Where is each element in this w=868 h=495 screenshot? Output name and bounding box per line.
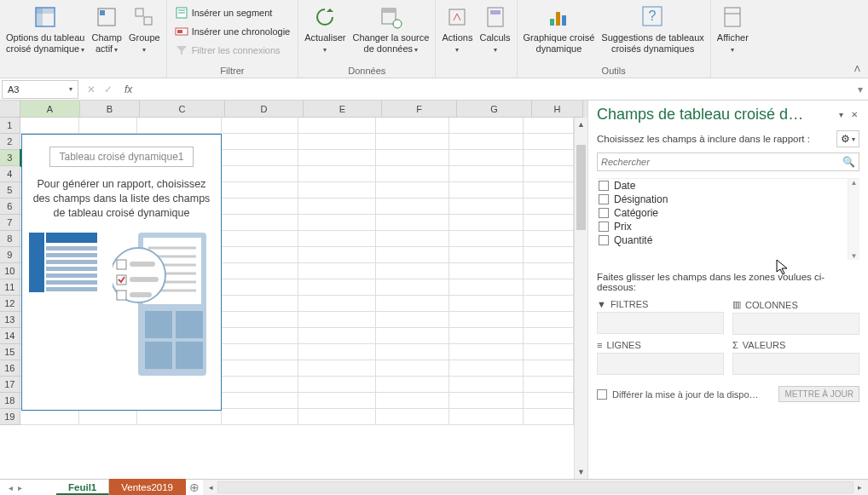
- cell[interactable]: [298, 263, 376, 279]
- cell[interactable]: [376, 182, 450, 199]
- cell[interactable]: [298, 377, 376, 393]
- cell[interactable]: [524, 344, 574, 360]
- cell[interactable]: [298, 118, 376, 134]
- cell[interactable]: [524, 393, 574, 409]
- field-checkbox[interactable]: [599, 194, 609, 204]
- cell[interactable]: [376, 263, 450, 279]
- cell[interactable]: [376, 377, 450, 393]
- cell[interactable]: [376, 409, 450, 425]
- field-list-scrollbar[interactable]: ▲▼: [848, 179, 859, 260]
- refresh-button[interactable]: Actualiser▾: [301, 2, 349, 57]
- cell[interactable]: [376, 166, 450, 182]
- field-list[interactable]: DateDésignationCatégoriePrixQuantité▲▼: [597, 178, 859, 260]
- cell[interactable]: [449, 199, 524, 215]
- row-header[interactable]: 11: [0, 279, 20, 296]
- calcs-button[interactable]: Calculs▾: [476, 2, 513, 57]
- cell[interactable]: [222, 199, 299, 215]
- cell[interactable]: [376, 393, 450, 409]
- column-header[interactable]: C: [140, 101, 225, 118]
- pivot-chart-button[interactable]: Graphique croisé dynamique: [520, 2, 599, 56]
- scroll-left-icon[interactable]: ◂: [206, 483, 216, 492]
- columns-zone[interactable]: ▥COLONNES: [732, 299, 859, 335]
- cell[interactable]: [449, 296, 524, 312]
- cell[interactable]: [449, 279, 524, 296]
- field-checkbox[interactable]: [599, 181, 609, 191]
- cell[interactable]: [449, 377, 524, 393]
- row-header[interactable]: 15: [0, 344, 20, 360]
- add-sheet-button[interactable]: ⊕: [186, 481, 203, 495]
- scroll-thumb[interactable]: [576, 145, 586, 230]
- name-box[interactable]: A3 ▾: [2, 80, 78, 99]
- cell[interactable]: [222, 344, 299, 360]
- row-header[interactable]: 6: [0, 199, 20, 215]
- scroll-down-icon[interactable]: ▼: [575, 465, 587, 479]
- cell[interactable]: [222, 409, 299, 425]
- horizontal-scrollbar[interactable]: ◂ ▸: [203, 480, 868, 495]
- cell[interactable]: [449, 118, 524, 134]
- row-header[interactable]: 7: [0, 215, 20, 231]
- cell[interactable]: [222, 296, 299, 312]
- cell[interactable]: [222, 312, 299, 328]
- sheet-tab-other[interactable]: Ventes2019: [109, 479, 186, 495]
- cell[interactable]: [449, 150, 524, 166]
- cell[interactable]: [20, 409, 79, 425]
- cell[interactable]: [449, 231, 524, 247]
- update-button[interactable]: METTRE À JOUR: [778, 386, 859, 402]
- cell[interactable]: [222, 279, 299, 296]
- field-item[interactable]: Désignation: [597, 193, 859, 206]
- field-item[interactable]: Date: [597, 179, 859, 193]
- cell[interactable]: [524, 312, 574, 328]
- scroll-up-icon[interactable]: ▲: [851, 179, 858, 187]
- field-checkbox[interactable]: [599, 235, 609, 245]
- field-search-box[interactable]: 🔍: [597, 153, 859, 171]
- cell[interactable]: [524, 360, 574, 377]
- cell[interactable]: [298, 296, 376, 312]
- cell[interactable]: [222, 247, 299, 263]
- cell[interactable]: [222, 231, 299, 247]
- scroll-down-icon[interactable]: ▼: [851, 252, 858, 260]
- cell[interactable]: [298, 279, 376, 296]
- scroll-right-icon[interactable]: ▸: [855, 483, 865, 492]
- actions-button[interactable]: Actions▾: [438, 2, 476, 57]
- cell[interactable]: [298, 312, 376, 328]
- cell[interactable]: [524, 182, 574, 199]
- cell[interactable]: [376, 118, 450, 134]
- cell[interactable]: [376, 247, 450, 263]
- cell[interactable]: [449, 182, 524, 199]
- cell[interactable]: [222, 328, 299, 344]
- cell[interactable]: [298, 134, 376, 150]
- cell[interactable]: [222, 134, 299, 150]
- nav-next-icon[interactable]: ▸: [18, 483, 22, 492]
- cell[interactable]: [222, 182, 299, 199]
- cell[interactable]: [449, 360, 524, 377]
- cell[interactable]: [524, 150, 574, 166]
- row-header[interactable]: 12: [0, 296, 20, 312]
- cell[interactable]: [449, 166, 524, 182]
- pivot-placeholder[interactable]: Tableau croisé dynamique1 Pour générer u…: [21, 134, 222, 411]
- field-checkbox[interactable]: [599, 222, 609, 232]
- cell[interactable]: [298, 166, 376, 182]
- cell[interactable]: [376, 231, 450, 247]
- select-all-corner[interactable]: [0, 101, 20, 118]
- cell[interactable]: [376, 360, 450, 377]
- filters-zone[interactable]: ▼FILTRES: [597, 299, 724, 335]
- column-header[interactable]: A: [20, 101, 80, 118]
- insert-timeline-button[interactable]: Insérer une chronologie: [170, 22, 296, 41]
- cell[interactable]: [298, 247, 376, 263]
- field-item[interactable]: Quantité: [597, 233, 859, 247]
- cell[interactable]: [298, 393, 376, 409]
- close-pane-icon[interactable]: ✕: [849, 110, 859, 120]
- cell[interactable]: [298, 199, 376, 215]
- cell[interactable]: [524, 247, 574, 263]
- scroll-up-icon[interactable]: ▲: [575, 118, 587, 131]
- suggest-pivot-button[interactable]: ? Suggestions de tableaux croisés dynami…: [598, 2, 707, 56]
- cell[interactable]: [524, 279, 574, 296]
- cell[interactable]: [524, 118, 574, 134]
- cell[interactable]: [222, 215, 299, 231]
- pane-menu-icon[interactable]: ▾: [836, 110, 846, 120]
- group-button[interactable]: Groupe▾: [125, 2, 164, 57]
- cell[interactable]: [376, 150, 450, 166]
- cell[interactable]: [298, 360, 376, 377]
- cell[interactable]: [449, 312, 524, 328]
- cell[interactable]: [449, 328, 524, 344]
